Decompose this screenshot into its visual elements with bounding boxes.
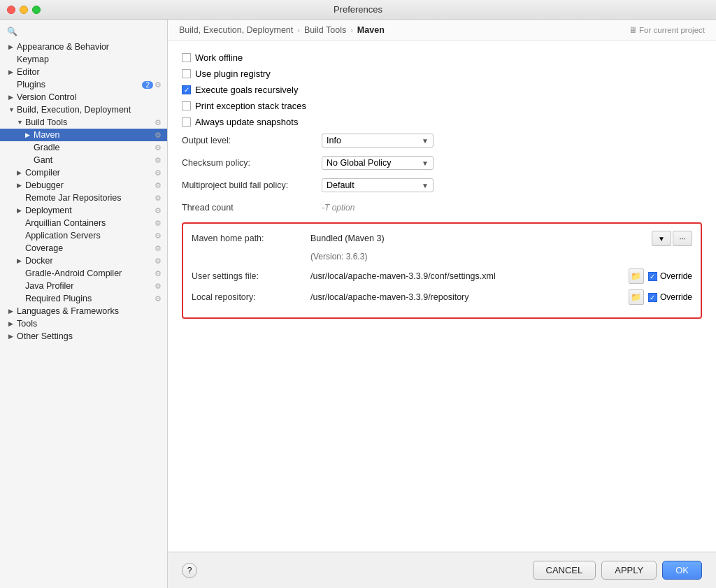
sidebar-label-docker: Docker bbox=[25, 256, 153, 266]
checkbox-row-work-offline[interactable]: Work offline bbox=[182, 52, 702, 63]
sidebar-item-deployment[interactable]: ▶Deployment⚙ bbox=[0, 204, 167, 217]
maximize-button[interactable] bbox=[32, 6, 41, 14]
arrow-icon-other-settings: ▶ bbox=[8, 333, 17, 340]
sidebar-item-plugins[interactable]: Plugins2⚙ bbox=[0, 78, 167, 91]
sidebar-item-appearance[interactable]: ▶Appearance & Behavior bbox=[0, 41, 167, 53]
sidebar-item-docker[interactable]: ▶Docker⚙ bbox=[0, 254, 167, 267]
sidebar-item-app-servers[interactable]: Application Servers⚙ bbox=[0, 229, 167, 242]
local-repo-override[interactable]: Override bbox=[648, 292, 692, 302]
breadcrumb-sep-2: › bbox=[350, 26, 353, 34]
sidebar-item-version-control[interactable]: ▶Version Control bbox=[0, 91, 167, 103]
gear-icon-remote-jar: ⚙ bbox=[155, 194, 162, 203]
minimize-button[interactable] bbox=[20, 6, 28, 14]
checksum-policy-dropdown[interactable]: No Global Policy ▼ bbox=[322, 156, 434, 170]
sidebar-item-maven[interactable]: ▶Maven⚙ bbox=[0, 129, 167, 141]
maven-home-row: Maven home path: Bundled (Maven 3) ▼ ··· bbox=[192, 231, 692, 246]
checkbox-row-always-update[interactable]: Always update snapshots bbox=[182, 117, 702, 127]
checkbox-use-plugin-registry[interactable] bbox=[182, 69, 191, 78]
sidebar-item-required-plugins[interactable]: Required Plugins⚙ bbox=[0, 292, 167, 305]
output-level-dropdown[interactable]: Info ▼ bbox=[322, 134, 434, 148]
output-level-row: Output level: Info ▼ bbox=[182, 133, 702, 148]
ok-button[interactable]: OK bbox=[662, 561, 702, 580]
output-level-control: Info ▼ bbox=[322, 134, 434, 148]
gear-icon-build-tools: ⚙ bbox=[155, 118, 162, 127]
checksum-policy-row: Checksum policy: No Global Policy ▼ bbox=[182, 155, 702, 171]
arrow-icon-deployment: ▶ bbox=[17, 207, 25, 214]
arrow-icon-build-exec: ▼ bbox=[8, 106, 17, 113]
sidebar-item-keymap[interactable]: Keymap bbox=[0, 53, 167, 66]
maven-home-dropdown-btn[interactable]: ▼ bbox=[652, 231, 671, 246]
arrow-icon-editor: ▶ bbox=[8, 69, 17, 76]
main-layout: 🔍 ▶Appearance & BehaviorKeymap▶EditorPlu… bbox=[0, 20, 716, 588]
arrow-icon-appearance: ▶ bbox=[8, 43, 17, 50]
sidebar-item-editor[interactable]: ▶Editor bbox=[0, 66, 167, 78]
local-repo-row: Local repository: /usr/local/apache-mave… bbox=[192, 289, 692, 305]
sidebar-item-java-profiler[interactable]: Java Profiler⚙ bbox=[0, 280, 167, 292]
sidebar-item-gradle-android[interactable]: Gradle-Android Compiler⚙ bbox=[0, 267, 167, 280]
checkbox-execute-goals[interactable] bbox=[182, 85, 191, 94]
sidebar-item-gradle[interactable]: Gradle⚙ bbox=[0, 141, 167, 154]
arrow-icon-tools: ▶ bbox=[8, 320, 17, 327]
checkbox-row-execute-goals[interactable]: Execute goals recursively bbox=[182, 85, 702, 95]
sidebar-item-remote-jar[interactable]: Remote Jar Repositories⚙ bbox=[0, 192, 167, 204]
output-level-label: Output level: bbox=[182, 136, 322, 145]
sidebar-label-plugins: Plugins bbox=[17, 80, 139, 89]
sidebar-item-debugger[interactable]: ▶Debugger⚙ bbox=[0, 179, 167, 192]
multiproject-policy-dropdown[interactable]: Default ▼ bbox=[322, 178, 434, 192]
gear-icon-maven: ⚙ bbox=[155, 131, 162, 140]
cancel-button[interactable]: CANCEL bbox=[533, 561, 596, 580]
checksum-arrow: ▼ bbox=[422, 159, 429, 167]
title-bar: Preferences bbox=[0, 0, 716, 20]
multiproject-policy-label: Multiproject build fail policy: bbox=[182, 180, 322, 190]
sidebar-label-deployment: Deployment bbox=[25, 206, 153, 215]
checkbox-row-use-plugin-registry[interactable]: Use plugin registry bbox=[182, 69, 702, 79]
sidebar-item-build-exec[interactable]: ▼Build, Execution, Deployment bbox=[0, 103, 167, 116]
arrow-icon-maven: ▶ bbox=[25, 131, 34, 138]
search-bar[interactable]: 🔍 bbox=[0, 24, 167, 41]
sidebar-item-other-settings[interactable]: ▶Other Settings bbox=[0, 330, 167, 343]
local-repo-value: /usr/local/apache-maven-3.3.9/repository bbox=[310, 292, 624, 302]
local-repo-override-checkbox[interactable] bbox=[648, 293, 657, 302]
sidebar-label-editor: Editor bbox=[17, 67, 162, 77]
maven-home-more-btn[interactable]: ··· bbox=[673, 231, 692, 246]
sidebar-label-arquillian: Arquillian Containers bbox=[25, 218, 153, 228]
maven-home-label: Maven home path: bbox=[192, 234, 310, 243]
sidebar-item-arquillian[interactable]: Arquillian Containers⚙ bbox=[0, 217, 167, 229]
sidebar-label-required-plugins: Required Plugins bbox=[25, 294, 153, 303]
user-settings-override[interactable]: Override bbox=[648, 271, 692, 281]
sidebar-item-languages[interactable]: ▶Languages & Frameworks bbox=[0, 305, 167, 317]
footer: ? CANCEL APPLY OK bbox=[168, 552, 716, 588]
output-level-arrow: ▼ bbox=[422, 137, 429, 145]
sidebar-label-appearance: Appearance & Behavior bbox=[17, 42, 162, 52]
sidebar-badge-plugins: 2 bbox=[142, 81, 153, 89]
user-settings-override-label: Override bbox=[660, 271, 692, 281]
checkbox-work-offline[interactable] bbox=[182, 53, 191, 62]
maven-version: (Version: 3.6.3) bbox=[310, 252, 692, 261]
window-title: Preferences bbox=[334, 4, 382, 15]
help-button[interactable]: ? bbox=[182, 563, 197, 578]
apply-button[interactable]: APPLY bbox=[601, 561, 657, 580]
checkbox-print-exception[interactable] bbox=[182, 101, 191, 110]
local-repo-override-label: Override bbox=[660, 292, 692, 302]
sidebar-item-gant[interactable]: Gant⚙ bbox=[0, 154, 167, 166]
user-settings-row: User settings file: /usr/local/apache-ma… bbox=[192, 268, 692, 284]
thread-count-row: Thread count -T option bbox=[182, 200, 702, 215]
checksum-policy-value: No Global Policy bbox=[327, 158, 391, 168]
sidebar-item-coverage[interactable]: Coverage⚙ bbox=[0, 242, 167, 254]
breadcrumb-part-3: Maven bbox=[357, 25, 385, 35]
user-settings-override-checkbox[interactable] bbox=[648, 272, 657, 281]
sidebar-label-other-settings: Other Settings bbox=[17, 331, 162, 341]
checkbox-always-update[interactable] bbox=[182, 117, 191, 127]
arrow-icon-version-control: ▶ bbox=[8, 94, 17, 101]
highlighted-section: Maven home path: Bundled (Maven 3) ▼ ···… bbox=[182, 222, 702, 319]
close-button[interactable] bbox=[7, 6, 15, 14]
sidebar-item-tools[interactable]: ▶Tools bbox=[0, 317, 167, 330]
multiproject-policy-control: Default ▼ bbox=[322, 178, 434, 192]
local-repo-folder-btn[interactable]: 📁 bbox=[629, 289, 644, 305]
sidebar-item-build-tools[interactable]: ▼Build Tools⚙ bbox=[0, 116, 167, 129]
settings-content: Work offline Use plugin registry Execute… bbox=[168, 41, 716, 552]
checkbox-row-print-exception[interactable]: Print exception stack traces bbox=[182, 101, 702, 111]
sidebar-item-compiler[interactable]: ▶Compiler⚙ bbox=[0, 166, 167, 179]
gear-icon-debugger: ⚙ bbox=[155, 181, 162, 190]
user-settings-folder-btn[interactable]: 📁 bbox=[629, 268, 644, 284]
